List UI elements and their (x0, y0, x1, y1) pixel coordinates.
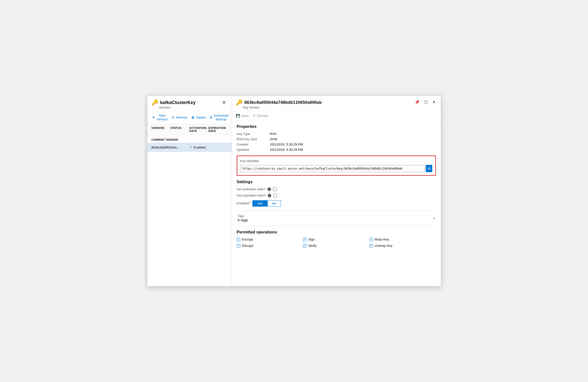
download-icon: ⬇ (210, 115, 213, 119)
col-version: VERSION (151, 126, 171, 132)
tags-section[interactable]: Tags 0 tags › (237, 211, 436, 226)
key-type-value: RSA (270, 132, 436, 136)
left-panel-subtitle: Versions (159, 106, 227, 109)
delete-icon: 🗑 (191, 115, 195, 119)
op-encrypt: Encrypt (237, 237, 303, 241)
tags-count: 0 tags (238, 218, 248, 222)
left-panel-title: kafkaClusterKey (160, 100, 196, 105)
op-verify: Verify (303, 244, 369, 248)
expiration-date-checkbox[interactable] (273, 194, 277, 197)
plus-icon: ＋ (151, 115, 155, 120)
refresh-button[interactable]: ↻ Refresh (172, 115, 187, 119)
wrap-key-checkbox[interactable] (369, 238, 373, 241)
expiration-date-label: Set expiration date? (237, 194, 266, 197)
refresh-label: Refresh (176, 116, 187, 119)
settings-section: Settings Set activation date? i Set expi… (237, 180, 436, 207)
updated-value: 10/1/2018, 5:30:29 PM (270, 148, 436, 152)
version-row[interactable]: 863bc8a095044a... ✓ Enabled (147, 143, 231, 152)
sign-checkbox[interactable] (303, 238, 306, 241)
verify-checkbox[interactable] (303, 244, 306, 248)
op-sign: Sign (303, 237, 369, 241)
col-expiration-date: EXPIRATION DATE (208, 126, 227, 132)
permitted-operations-section: Permitted operations Encrypt Sign Wrap K… (237, 230, 436, 248)
maximize-button[interactable]: ☐ (423, 99, 429, 105)
col-status: STATUS (170, 126, 189, 132)
refresh-icon: ↻ (172, 115, 175, 119)
properties-grid: Key Type RSA RSA Key Size 2048 Created 1… (237, 132, 436, 152)
updated-label: Updated (237, 148, 267, 152)
right-content: Properties Key Type RSA RSA Key Size 204… (232, 120, 441, 286)
chevron-right-icon: › (433, 216, 435, 221)
activation-date-row: Set activation date? i (237, 187, 436, 191)
pin-button[interactable]: 📌 (413, 99, 421, 105)
right-panel: 🔑 863bc8a095044a748bdb110650a890ab Key V… (232, 96, 441, 286)
unwrap-key-label: Unwrap Key (375, 244, 393, 248)
version-status-label: Enabled (194, 146, 206, 149)
op-decrypt: Decrypt (237, 244, 303, 248)
version-status: ✓ Enabled (189, 145, 227, 149)
op-wrap-key: Wrap Key (369, 237, 436, 241)
new-version-label: New Version (157, 114, 168, 121)
properties-section-title: Properties (237, 124, 436, 129)
right-close-button[interactable]: ✕ (431, 99, 437, 105)
op-unwrap-key: Unwrap Key (369, 244, 436, 248)
copy-button[interactable]: ⧉ (426, 165, 432, 172)
sign-label: Sign (308, 237, 315, 241)
discard-button[interactable]: ✕ Discard (253, 114, 268, 118)
delete-label: Delete (196, 116, 206, 119)
key-type-label: Key Type (237, 132, 267, 136)
table-header: VERSION STATUS ACTIVATION DATE EXPIRATIO… (147, 124, 231, 135)
right-panel-subtitle: Key Version (243, 106, 322, 109)
download-backup-label: Download Backup (214, 114, 228, 121)
right-panel-header: 🔑 863bc8a095044a748bdb110650a890ab Key V… (232, 96, 441, 111)
toggle-no-button[interactable]: No (267, 200, 281, 207)
right-toolbar: 💾 Save ✕ Discard (232, 111, 441, 120)
settings-section-title: Settings (237, 180, 436, 184)
save-button[interactable]: 💾 Save (236, 114, 249, 118)
left-toolbar: ＋ New Version ↻ Refresh 🗑 Delete ⬇ Downl… (147, 111, 231, 124)
permitted-operations-title: Permitted operations (237, 230, 436, 234)
rsa-key-size-label: RSA Key Size (237, 137, 267, 141)
enabled-check-icon: ✓ (189, 145, 192, 149)
toggle-yes-button[interactable]: Yes (252, 200, 267, 207)
expiration-date-row: Set expiration date? i (237, 194, 436, 197)
key-identifier-input[interactable] (240, 165, 425, 172)
right-panel-title: 863bc8a095044a748bdb110650a890ab (245, 100, 322, 105)
version-id: 863bc8a095044a... (151, 146, 189, 149)
rsa-key-size-value: 2048 (270, 137, 436, 141)
verify-label: Verify (308, 244, 317, 248)
encrypt-label: Encrypt (242, 237, 253, 241)
decrypt-checkbox[interactable] (237, 244, 240, 248)
enabled-row: Enabled? Yes No (237, 200, 436, 207)
copy-icon: ⧉ (428, 166, 430, 171)
current-version-label: CURRENT VERSION (147, 135, 231, 143)
tags-label: Tags (238, 214, 248, 218)
right-header-icons: 📌 ☐ ✕ (413, 99, 437, 105)
delete-button[interactable]: 🗑 Delete (191, 115, 206, 119)
activation-info-icon: i (267, 187, 271, 191)
left-panel-header: 🔑 kafkaClusterKey ✕ Versions (147, 96, 231, 111)
key-identifier-label: Key Identifier (240, 159, 432, 163)
unwrap-key-checkbox[interactable] (369, 244, 373, 248)
tags-inner: Tags 0 tags (238, 214, 248, 222)
left-close-button[interactable]: ✕ (221, 99, 227, 106)
discard-icon: ✕ (253, 114, 256, 118)
enabled-label: Enabled? (237, 201, 251, 205)
right-title-area: 🔑 863bc8a095044a748bdb110650a890ab Key V… (236, 99, 322, 109)
expiration-info-icon: i (268, 194, 271, 197)
key-icon: 🔑 (151, 99, 158, 106)
wrap-key-label: Wrap Key (375, 237, 389, 241)
encrypt-checkbox[interactable] (237, 238, 240, 241)
right-key-icon: 🔑 (236, 99, 243, 106)
enabled-toggle-group: Yes No (252, 200, 281, 207)
download-backup-button[interactable]: ⬇ Download Backup (210, 114, 228, 121)
left-title-row: 🔑 kafkaClusterKey ✕ (151, 99, 227, 106)
right-title-row: 🔑 863bc8a095044a748bdb110650a890ab (236, 99, 322, 106)
app-container: 🔑 kafkaClusterKey ✕ Versions ＋ New Versi… (147, 96, 441, 286)
save-label: Save (241, 114, 249, 118)
created-value: 10/1/2018, 5:30:29 PM (270, 142, 436, 146)
new-version-button[interactable]: ＋ New Version (151, 114, 168, 121)
left-title-inner: 🔑 kafkaClusterKey (151, 99, 196, 106)
decrypt-label: Decrypt (242, 244, 253, 248)
activation-date-checkbox[interactable] (273, 187, 277, 191)
